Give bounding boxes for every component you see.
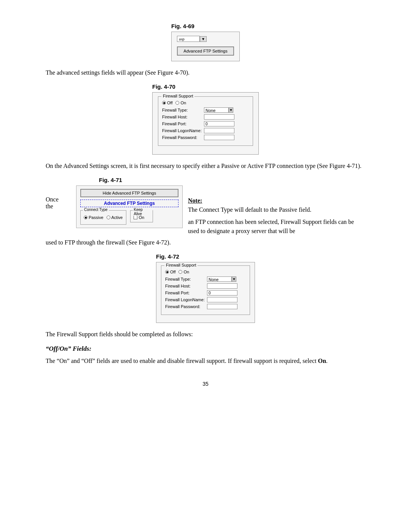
fig72-radio-row: Off On bbox=[165, 270, 246, 274]
fig70-fieldset: Firewall Support Off On Firewall T bbox=[158, 96, 253, 146]
firewall-password-input[interactable] bbox=[204, 135, 234, 140]
paragraph-1: The advanced settings fields will appear… bbox=[46, 68, 365, 77]
field-label-port: Firewall Port: bbox=[162, 121, 204, 126]
fig72-password-input[interactable] bbox=[207, 304, 237, 309]
fig70-section: Fig. 4-70 Firewall Support Off On bbox=[152, 83, 259, 155]
fig69-select-row: asp ▼ bbox=[177, 36, 234, 42]
fig72-host-input[interactable] bbox=[207, 283, 237, 289]
fig70-field-port: Firewall Port: 0 bbox=[162, 121, 249, 126]
fig72-field-password: Firewall Password: bbox=[165, 304, 246, 309]
paragraph-2: On the Advanced Settings screen, it is f… bbox=[46, 161, 365, 171]
page-number: 35 bbox=[46, 381, 365, 387]
fig72-field-type: Firewall Type: None ▼ bbox=[165, 276, 246, 282]
fig72-port-input[interactable]: 0 bbox=[207, 290, 237, 296]
firewall-port-input[interactable]: 0 bbox=[204, 121, 234, 126]
fig72-field-port: Firewall Port: 0 bbox=[165, 290, 246, 296]
p5-part1: The “On” and “Off” fields are used to en… bbox=[46, 358, 318, 364]
passive-radio-item[interactable]: Passive bbox=[84, 215, 104, 220]
fig72-fieldset: Firewall Support Off On Firewall Type: bbox=[161, 265, 250, 315]
firewall-type-select[interactable]: None bbox=[204, 107, 229, 113]
once-text: Oncethe bbox=[46, 196, 59, 209]
fig72-label-port: Firewall Port: bbox=[165, 291, 207, 295]
asp-select[interactable]: asp bbox=[177, 36, 200, 42]
field-label-type: Firewall Type: bbox=[162, 108, 204, 112]
field-label-host: Firewall Host: bbox=[162, 115, 204, 119]
fig71-label: Fig. 4-71 bbox=[99, 177, 365, 183]
fig72-legend: Firewall Support bbox=[164, 263, 198, 267]
fig72-off-radio[interactable] bbox=[165, 270, 169, 274]
fig70-field-password: Firewall Password: bbox=[162, 135, 249, 140]
fig71-box: Hide Advanced FTP Settings Advanced FTP … bbox=[76, 185, 183, 228]
p5-bold: On bbox=[318, 358, 326, 364]
passive-label: Passive bbox=[89, 215, 104, 220]
fig72-on-label: On bbox=[183, 270, 189, 274]
fig72-label-password: Firewall Password: bbox=[165, 304, 207, 309]
note-area: Note: The Connect Type will default to t… bbox=[188, 196, 365, 214]
fig72-label: Fig. 4-72 bbox=[156, 253, 255, 260]
paragraph-4: The Firewall Support fields should be co… bbox=[46, 330, 365, 339]
fig71-label-container: Fig. 4-71 bbox=[99, 177, 365, 183]
fig72-field-host: Firewall Host: bbox=[165, 283, 246, 289]
keep-alive-box: Keep Alive On bbox=[130, 210, 153, 222]
fig72-label-host: Firewall Host: bbox=[165, 284, 207, 288]
fig72-label-type: Firewall Type: bbox=[165, 277, 207, 281]
off-radio[interactable] bbox=[162, 101, 166, 105]
fig72-radio-off[interactable]: Off bbox=[165, 270, 175, 274]
fig72-on-radio[interactable] bbox=[178, 270, 182, 274]
once-right-paragraph: an FTP connection has been selected, Fir… bbox=[188, 219, 354, 234]
fig70-legend: Firewall Support bbox=[161, 94, 194, 98]
once-right-text: Note: The Connect Type will default to t… bbox=[183, 185, 365, 236]
fig72-field-logon: Firewall LogonName: bbox=[165, 297, 246, 302]
fig72-label-logon: Firewall LogonName: bbox=[165, 297, 207, 302]
section-heading: “Off/On” Fields: bbox=[46, 345, 365, 353]
fig70-radio-row: Off On bbox=[162, 101, 249, 105]
advanced-ftp-settings-button[interactable]: Advanced FTP Settings bbox=[177, 46, 234, 56]
fig72-type-arrow[interactable]: ▼ bbox=[232, 276, 236, 282]
active-label: Active bbox=[112, 215, 123, 220]
keep-alive-checkbox[interactable] bbox=[134, 216, 137, 219]
adv-ftp-label: Advanced FTP Settings bbox=[80, 200, 178, 207]
connect-legend: Connect Type bbox=[83, 208, 109, 212]
on-label: On bbox=[180, 101, 186, 105]
paragraph-5: The “On” and “Off” fields are used to en… bbox=[46, 356, 365, 366]
on-radio[interactable] bbox=[175, 101, 179, 105]
firewall-type-arrow[interactable]: ▼ bbox=[229, 107, 233, 113]
fig69-section: Fig. 4-69 asp ▼ Advanced FTP Settings bbox=[171, 23, 240, 61]
active-radio-item[interactable]: Active bbox=[107, 215, 123, 220]
field-label-logon: Firewall LogonName: bbox=[162, 128, 204, 133]
fig69-container: Fig. 4-69 asp ▼ Advanced FTP Settings bbox=[46, 23, 365, 61]
note-label: Note: bbox=[188, 197, 202, 204]
p5-end: . bbox=[326, 358, 328, 364]
once-the-area: Oncethe Hide Advanced FTP Settings Advan… bbox=[46, 185, 365, 236]
fig69-box: asp ▼ Advanced FTP Settings bbox=[171, 32, 240, 61]
connect-radio-row: Passive Active bbox=[84, 215, 123, 220]
fig70-radio-on[interactable]: On bbox=[175, 101, 186, 105]
fig72-container: Fig. 4-72 Firewall Support Off On bbox=[46, 253, 365, 323]
fig71-bottom: Connect Type Passive Active bbox=[80, 210, 178, 225]
hide-advanced-ftp-button[interactable]: Hide Advanced FTP Settings bbox=[80, 189, 178, 197]
once-label: Oncethe bbox=[46, 185, 76, 210]
firewall-host-input[interactable] bbox=[204, 114, 234, 120]
page-content: Fig. 4-69 asp ▼ Advanced FTP Settings Th… bbox=[46, 23, 365, 387]
paragraph-3: used to FTP through the firewall (See Fi… bbox=[46, 238, 365, 247]
firewall-logon-input[interactable] bbox=[204, 128, 234, 133]
connect-type-box: Connect Type Passive Active bbox=[80, 210, 126, 225]
off-label: Off bbox=[167, 101, 172, 105]
asp-select-arrow[interactable]: ▼ bbox=[200, 36, 207, 42]
passive-radio[interactable] bbox=[84, 216, 88, 219]
fig70-container: Fig. 4-70 Firewall Support Off On bbox=[46, 83, 365, 155]
keep-legend: Keep Alive bbox=[133, 208, 153, 216]
fig71-wrapper: Hide Advanced FTP Settings Advanced FTP … bbox=[76, 185, 183, 228]
active-radio[interactable] bbox=[107, 216, 110, 219]
fig72-box: Firewall Support Off On Firewall Type: bbox=[156, 262, 255, 323]
fig72-radio-on[interactable]: On bbox=[178, 270, 189, 274]
fig72-logon-input[interactable] bbox=[207, 297, 237, 302]
fig72-off-label: Off bbox=[170, 270, 175, 274]
note-text: The Connect Type will default to the Pas… bbox=[188, 206, 311, 213]
fig70-label: Fig. 4-70 bbox=[152, 83, 259, 90]
fig70-field-host: Firewall Host: bbox=[162, 114, 249, 120]
fig72-type-select[interactable]: None bbox=[207, 276, 232, 282]
fig70-field-logon: Firewall LogonName: bbox=[162, 128, 249, 133]
fig70-radio-off[interactable]: Off bbox=[162, 101, 172, 105]
fig70-box: Firewall Support Off On Firewall T bbox=[152, 92, 259, 155]
